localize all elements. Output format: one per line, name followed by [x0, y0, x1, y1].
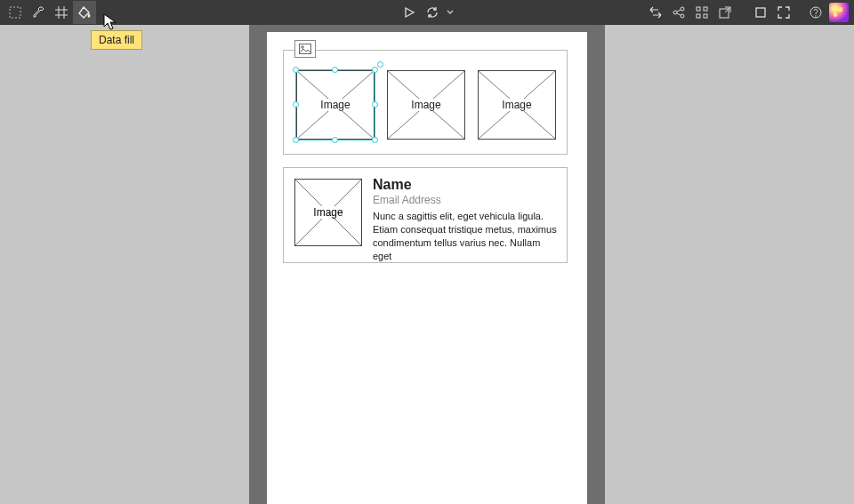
svg-rect-12 [300, 44, 311, 54]
play-icon [403, 6, 415, 19]
tooltip: Data fill [91, 30, 142, 50]
svg-rect-6 [697, 14, 700, 18]
image-row-panel[interactable]: Image Image [283, 50, 568, 155]
apps-grid-icon [695, 5, 709, 20]
canvas-page[interactable]: Image Image [267, 32, 587, 504]
svg-point-13 [302, 46, 304, 49]
open-external-icon [718, 5, 732, 20]
help-button[interactable] [804, 1, 827, 24]
eyedropper-tool-button[interactable] [27, 1, 50, 24]
export-button[interactable] [644, 1, 667, 24]
help-icon [809, 5, 823, 20]
svg-rect-0 [10, 7, 20, 18]
selection-box-icon [8, 5, 22, 20]
select-tool-button[interactable] [4, 1, 27, 24]
svg-point-1 [673, 11, 677, 14]
rotate-handle[interactable] [377, 61, 383, 68]
svg-point-2 [681, 7, 684, 11]
image-placeholder[interactable]: Image [478, 70, 556, 140]
fit-view-button[interactable] [749, 1, 772, 24]
top-toolbar [0, 0, 854, 25]
chevron-down-icon [447, 9, 454, 16]
svg-rect-4 [697, 7, 700, 11]
card-body-text: Nunc a sagittis elit, eget vehicula ligu… [373, 210, 558, 262]
toolbar-right-group [644, 0, 850, 25]
image-placeholder[interactable]: Image [387, 70, 465, 140]
card-image-label: Image [311, 206, 344, 219]
sync-icon [425, 5, 439, 20]
card-image-placeholder[interactable]: Image [294, 179, 362, 246]
export-icon [649, 5, 663, 20]
data-fill-tool-button[interactable] [73, 1, 96, 24]
contact-card-panel[interactable]: Image Name Email Address Nunc a sagittis… [283, 167, 568, 263]
page-frame: Image Image [249, 25, 605, 504]
share-icon [672, 5, 686, 20]
card-name-label: Name [373, 177, 558, 193]
fullscreen-icon [777, 5, 791, 20]
svg-rect-5 [704, 7, 707, 11]
image-placeholder-label: Image [500, 99, 533, 111]
svg-rect-7 [704, 14, 707, 18]
workspace[interactable]: Image Image [0, 25, 854, 504]
square-icon [753, 5, 768, 20]
toolbar-left-group [4, 0, 96, 25]
apps-button[interactable] [690, 1, 713, 24]
grid-icon [54, 5, 68, 20]
user-avatar-button[interactable] [827, 1, 850, 24]
image-placeholder[interactable]: Image [296, 70, 375, 140]
svg-point-11 [815, 15, 816, 16]
card-email-label: Email Address [373, 194, 558, 206]
paint-bucket-icon [77, 5, 92, 20]
card-text-block: Name Email Address Nunc a sagittis elit,… [373, 177, 558, 262]
avatar-icon [829, 3, 849, 22]
image-placeholder-label: Image [318, 99, 351, 111]
image-icon [299, 44, 311, 54]
fullscreen-button[interactable] [772, 1, 795, 24]
image-widget-badge[interactable] [294, 40, 316, 58]
svg-rect-9 [756, 8, 765, 17]
play-button[interactable] [398, 1, 421, 24]
image-placeholder-label: Image [409, 99, 442, 111]
sync-dropdown-button[interactable] [444, 1, 456, 24]
grid-tool-button[interactable] [50, 1, 73, 24]
open-external-button[interactable] [713, 1, 737, 24]
svg-point-3 [681, 14, 684, 18]
toolbar-center-group [398, 0, 456, 25]
sync-button[interactable] [421, 1, 444, 24]
eyedropper-icon [31, 5, 45, 20]
share-button[interactable] [667, 1, 690, 24]
